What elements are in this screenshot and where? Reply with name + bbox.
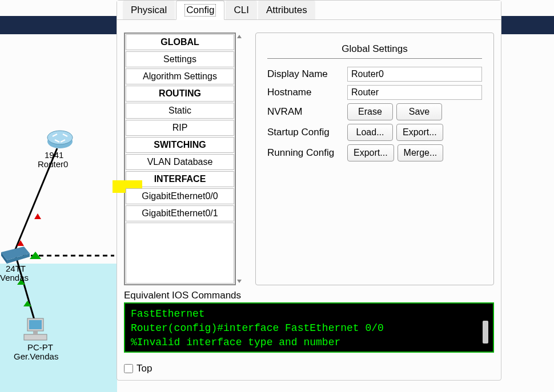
- config-tree: GLOBAL Settings Algorithm Settings ROUTI…: [124, 33, 236, 285]
- startup-export-button[interactable]: Export...: [396, 124, 443, 141]
- scroll-down-icon[interactable]: [236, 278, 243, 284]
- tab-cli[interactable]: CLI: [226, 1, 256, 19]
- tree-scrollbar[interactable]: [236, 33, 245, 285]
- svg-rect-11: [29, 320, 42, 329]
- top-label: Top: [137, 363, 152, 374]
- tree-item-settings[interactable]: Settings: [126, 51, 234, 67]
- tree-item-gig01[interactable]: GigabitEthernet0/1: [126, 205, 234, 221]
- global-settings-pane: Global Settings Display Name Hostname NV…: [255, 33, 494, 285]
- ios-line-2: Router(config)#interface FastEthernet 0/…: [131, 321, 487, 336]
- svg-marker-5: [30, 252, 41, 259]
- settings-title: Global Settings: [267, 43, 482, 55]
- save-button[interactable]: Save: [396, 103, 442, 120]
- app-header-bar-left: [0, 16, 117, 34]
- pc-device[interactable]: [23, 317, 48, 344]
- ios-commands-label: Equivalent IOS Commands: [124, 290, 494, 301]
- tree-item-rip[interactable]: RIP: [126, 120, 234, 136]
- svg-marker-14: [237, 35, 242, 38]
- app-header-bar-right: [501, 16, 554, 34]
- device-config-panel: Physical Config CLI Attributes GLOBAL Se…: [117, 0, 501, 381]
- config-tree-wrapper: GLOBAL Settings Algorithm Settings ROUTI…: [124, 33, 245, 285]
- running-config-label: Running Config: [267, 147, 347, 159]
- tree-header-global: GLOBAL: [126, 34, 234, 50]
- display-name-input[interactable]: [347, 67, 482, 82]
- tab-config-label: Config: [184, 4, 216, 17]
- tree-item-static[interactable]: Static: [126, 103, 234, 119]
- startup-config-label: Startup Config: [267, 127, 347, 138]
- hostname-label: Hostname: [267, 87, 347, 98]
- ios-line-4: Router(config)#: [131, 350, 487, 353]
- svg-rect-12: [24, 334, 47, 340]
- tab-physical[interactable]: Physical: [123, 1, 175, 19]
- tree-item-algorithm-settings[interactable]: Algorithm Settings: [126, 68, 234, 84]
- router-device[interactable]: [47, 126, 73, 151]
- tree-item-gig00[interactable]: GigabitEthernet0/0: [126, 188, 234, 204]
- ios-line-3: %Invalid interface type and number: [131, 336, 487, 350]
- settings-divider: [267, 58, 482, 59]
- ios-terminal[interactable]: FastEthernet Router(config)#interface Fa…: [124, 302, 494, 353]
- svg-marker-3: [34, 213, 41, 219]
- tab-attributes[interactable]: Attributes: [258, 1, 315, 19]
- tree-spacer: [126, 223, 234, 284]
- scroll-up-icon[interactable]: [236, 34, 243, 39]
- ios-commands-section: Equivalent IOS Commands FastEthernet Rou…: [117, 290, 501, 357]
- display-name-label: Display Name: [267, 68, 347, 80]
- erase-button[interactable]: Erase: [347, 103, 393, 120]
- terminal-scrollbar[interactable]: [483, 321, 488, 343]
- panel-footer: Top: [117, 357, 501, 380]
- svg-rect-13: [33, 331, 38, 334]
- running-export-button[interactable]: Export...: [347, 144, 394, 161]
- ios-line-1: FastEthernet: [131, 307, 487, 321]
- tree-item-vlan-database[interactable]: VLAN Database: [126, 154, 234, 170]
- hostname-input[interactable]: [347, 85, 482, 100]
- svg-marker-15: [237, 280, 242, 283]
- svg-point-9: [47, 131, 73, 144]
- tree-header-switching: SWITCHING: [126, 137, 234, 153]
- router-name-label: Router0: [38, 159, 68, 169]
- config-body: GLOBAL Settings Algorithm Settings ROUTI…: [117, 20, 501, 290]
- router-model-label: 1941: [45, 150, 63, 160]
- switch-device[interactable]: [1, 246, 30, 265]
- tab-config[interactable]: Config: [176, 1, 224, 20]
- startup-load-button[interactable]: Load...: [347, 124, 393, 141]
- svg-line-0: [14, 148, 57, 253]
- running-merge-button[interactable]: Merge...: [398, 144, 444, 161]
- svg-marker-4: [17, 240, 24, 246]
- top-checkbox[interactable]: [124, 364, 133, 373]
- config-tabs: Physical Config CLI Attributes: [117, 1, 501, 20]
- nvram-label: NVRAM: [267, 106, 347, 118]
- tree-header-routing: ROUTING: [126, 86, 234, 102]
- topology-selection-bg: [0, 264, 117, 392]
